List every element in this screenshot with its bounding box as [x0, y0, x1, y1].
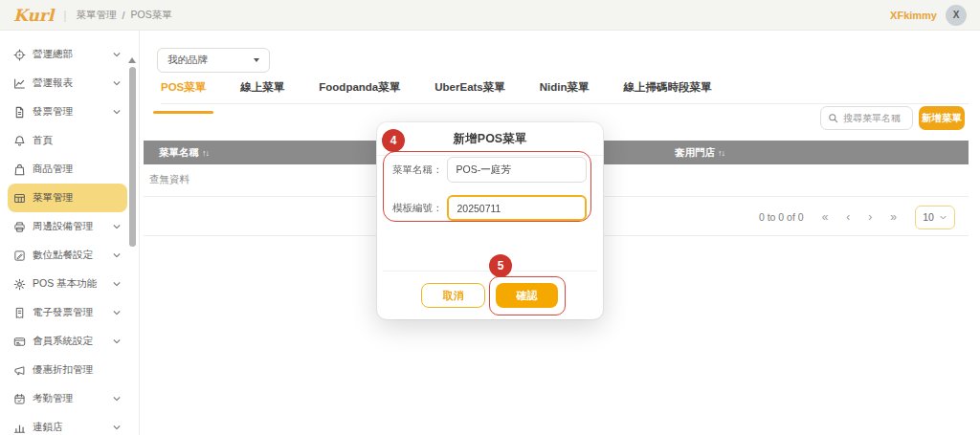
column-header-menu-name[interactable]: 菜單名稱 ↑↓ [159, 146, 209, 160]
sidebar-item-chain-store[interactable]: 連鎖店 [8, 413, 127, 435]
next-page-button[interactable]: › [868, 211, 872, 223]
pagination: 0 to 0 of 0 « ‹ › » 10 [759, 205, 955, 229]
scroll-up-arrow-icon[interactable] [128, 57, 136, 63]
chevron-down-icon [112, 337, 122, 346]
chevron-down-icon [112, 78, 122, 88]
annotation-step-4-badge: 4 [382, 129, 405, 152]
sidebar-item-menu-management[interactable]: 菜單管理 [8, 184, 127, 212]
sidebar-item-invoice-management[interactable]: 發票管理 [8, 98, 127, 126]
page-size-value: 10 [923, 211, 934, 223]
chevron-down-icon [112, 250, 122, 260]
sidebar-item-operations-reports[interactable]: 營運報表 [8, 69, 127, 98]
scrollbar-thumb[interactable] [129, 67, 136, 247]
pencil-icon [13, 250, 26, 262]
sidebar-item-member-system[interactable]: 會員系統設定 [8, 327, 127, 356]
breadcrumb-separator: / [122, 10, 125, 21]
template-number-label: 模板編號： [392, 202, 443, 215]
add-pos-menu-modal: 新增POS菜單 4 菜單名稱： 模板編號： 5 取消 確認 [377, 122, 603, 319]
logo-divider: | [63, 8, 66, 22]
sidebar-item-pos-basic[interactable]: POS 基本功能 [8, 270, 127, 298]
brand-select-value: 我的品牌 [167, 54, 208, 67]
tab-nidin-menu[interactable]: Nidin菜單 [540, 80, 590, 103]
chevron-down-icon [112, 279, 122, 289]
page-size-select[interactable]: 10 [915, 206, 955, 229]
chevron-down-icon [939, 213, 947, 222]
chevron-down-icon [112, 222, 122, 231]
shopping-bag-icon [13, 163, 26, 176]
search-icon [828, 113, 838, 123]
sidebar-item-einvoice-management[interactable]: 電子發票管理 [8, 298, 127, 327]
sidebar-item-operations-hq[interactable]: 營運總部 [8, 40, 127, 69]
printer-icon [13, 221, 26, 233]
sidebar: 營運總部 營運報表 發票管理 首頁 商品管理 菜單管理 周邊設備管理 [0, 31, 140, 435]
last-page-button[interactable]: » [890, 211, 897, 223]
bar-chart-icon [13, 422, 26, 434]
sort-icon[interactable]: ↑↓ [202, 148, 209, 158]
search-box[interactable] [820, 106, 913, 130]
menu-name-input[interactable] [447, 157, 587, 183]
add-menu-button[interactable]: 新增菜單 [919, 106, 965, 130]
sidebar-item-discount-management[interactable]: 優惠折扣管理 [8, 356, 127, 384]
tab-online-qr-period-menu[interactable]: 線上掃碼時段菜單 [624, 80, 712, 103]
annotation-step-5-badge: 5 [489, 254, 512, 277]
pagination-summary: 0 to 0 of 0 [759, 211, 804, 223]
line-chart-icon [13, 77, 26, 90]
avatar[interactable]: X [946, 5, 967, 26]
chevron-down-icon [112, 394, 122, 403]
tab-ubereats-menu[interactable]: UberEats菜單 [434, 80, 505, 103]
receipt-icon [13, 307, 26, 319]
menu-name-label: 菜單名稱： [392, 163, 443, 177]
sidebar-item-peripheral-management[interactable]: 周邊設備管理 [8, 212, 127, 241]
megaphone-icon [13, 364, 26, 377]
search-input[interactable] [843, 113, 905, 123]
cancel-button[interactable]: 取消 [421, 283, 485, 308]
chevron-down-icon [112, 50, 122, 59]
breadcrumb-section[interactable]: 菜單管理 [77, 9, 117, 22]
chevron-down-icon [112, 423, 122, 432]
breadcrumb-page: POS菜單 [131, 9, 172, 22]
sidebar-item-attendance-management[interactable]: 考勤管理 [8, 384, 127, 413]
app-logo: Kurl [13, 6, 54, 25]
breadcrumb: 菜單管理 / POS菜單 [77, 9, 172, 22]
calendar-icon [13, 393, 26, 405]
sidebar-item-home[interactable]: 首頁 [8, 126, 127, 155]
tab-online-menu[interactable]: 線上菜單 [240, 80, 284, 103]
sort-icon[interactable]: ↑↓ [718, 148, 724, 158]
bell-icon [13, 135, 26, 147]
sidebar-item-product-management[interactable]: 商品管理 [8, 155, 127, 184]
column-header-applied-stores[interactable]: 套用門店 ↑↓ [675, 146, 724, 160]
document-icon [13, 106, 26, 119]
gear-icon [13, 278, 26, 291]
chevron-down-icon [112, 308, 122, 317]
sidebar-item-digital-ordering[interactable]: 數位點餐設定 [8, 241, 127, 270]
top-bar: Kurl | 菜單管理 / POS菜單 XFkimmy X [0, 0, 980, 31]
sidebar-scrollbar[interactable] [128, 57, 136, 247]
prev-page-button[interactable]: ‹ [846, 211, 850, 223]
menu-tabs: POS菜單 線上菜單 Foodpanda菜單 UberEats菜單 Nidin菜… [161, 80, 969, 104]
tab-pos-menu[interactable]: POS菜單 [161, 80, 206, 103]
modal-title: 新增POS菜單 [377, 122, 603, 147]
tab-foodpanda-menu[interactable]: Foodpanda菜單 [319, 80, 400, 103]
first-page-button[interactable]: « [822, 211, 829, 223]
target-icon [13, 49, 26, 61]
confirm-button[interactable]: 確認 [496, 283, 558, 308]
user-name[interactable]: XFkimmy [890, 10, 937, 21]
template-number-input[interactable] [447, 195, 587, 221]
chevron-down-icon [112, 107, 122, 117]
empty-table-message: 查無資料 [149, 173, 189, 186]
brand-select[interactable]: 我的品牌 [157, 48, 270, 73]
table-icon [13, 192, 26, 205]
id-card-icon [13, 336, 26, 348]
caret-down-icon [254, 58, 259, 62]
